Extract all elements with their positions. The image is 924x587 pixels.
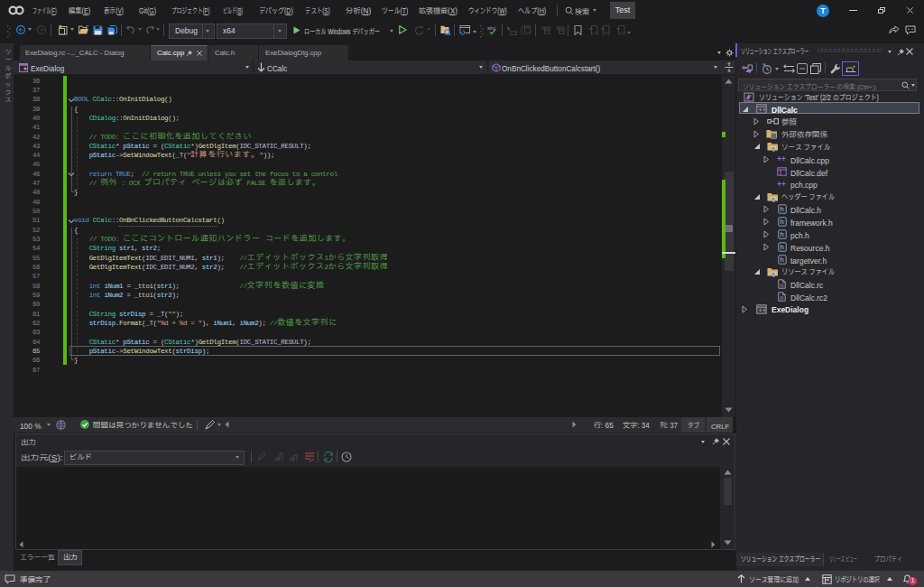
svg-text:h: h [781, 205, 784, 213]
svg-text:h: h [781, 218, 784, 226]
svg-text:h: h [781, 256, 784, 264]
svg-text:h: h [781, 243, 784, 251]
svg-text:h: h [781, 230, 784, 238]
